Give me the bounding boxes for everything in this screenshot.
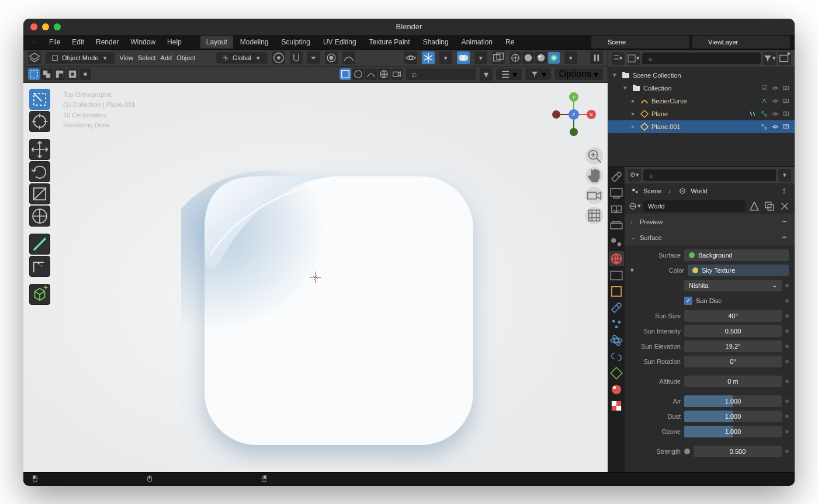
viewport-filter-dropdown[interactable]: ▾ [525, 68, 551, 80]
outliner-editor-icon[interactable]: ☰▾ [612, 52, 625, 65]
outliner-search[interactable]: ⌕ [642, 53, 761, 64]
outliner-tree[interactable]: ▾ Scene Collection ▾ Collection ☑ [608, 67, 795, 166]
tab-data-icon[interactable] [609, 366, 624, 381]
menu-add[interactable]: Add [161, 54, 172, 61]
surface-shader-button[interactable]: Background [684, 249, 789, 261]
color-node-button[interactable]: Sky Texture [688, 265, 789, 276]
properties-search[interactable]: ⌕ [643, 169, 776, 181]
eye-icon[interactable] [771, 84, 779, 92]
select-intersect-icon[interactable] [79, 68, 91, 80]
tab-object-icon[interactable] [609, 284, 624, 299]
tab-scene-icon[interactable] [609, 235, 624, 250]
tab-constraint-icon[interactable] [609, 349, 624, 364]
expand-icon[interactable]: ▾ [630, 266, 637, 274]
anim-dot-icon[interactable] [785, 299, 789, 303]
new-world-icon[interactable] [763, 200, 776, 213]
close-window-button[interactable] [30, 23, 37, 30]
3d-viewport[interactable]: Top Orthographic (1) Collection | Plane.… [23, 83, 608, 472]
pan-gizmo-icon[interactable] [585, 167, 603, 185]
object-row-plane[interactable]: ▸ Plane [608, 107, 795, 120]
breadcrumb-scene[interactable]: Scene [643, 187, 661, 194]
sun-elevation-field[interactable]: 19.2° [684, 340, 782, 352]
select-invert-icon[interactable] [67, 68, 78, 80]
blender-logo-icon[interactable] [28, 36, 40, 48]
pivot-icon[interactable] [272, 51, 285, 64]
anim-dot-icon[interactable] [785, 430, 789, 433]
scene-name-input[interactable] [608, 39, 660, 46]
menu-file[interactable]: File [44, 37, 65, 47]
air-field[interactable]: 1.000 [684, 395, 782, 407]
select-set-icon[interactable] [28, 68, 40, 80]
delete-viewlayer-icon[interactable] [777, 37, 786, 47]
navigation-gizmo[interactable]: X Y Z [550, 91, 597, 138]
wireframe-shading-icon[interactable] [509, 52, 521, 64]
viewlayer-selector[interactable] [692, 36, 790, 48]
render-icon[interactable] [782, 123, 790, 131]
measure-tool[interactable] [29, 256, 50, 277]
viewlayer-name-input[interactable] [708, 39, 761, 46]
tab-texture-icon[interactable] [609, 398, 624, 413]
tab-tool-icon[interactable] [609, 169, 624, 185]
anim-dot-icon[interactable] [785, 380, 789, 383]
tab-particle-icon[interactable] [609, 317, 624, 332]
tab-rendering-truncated[interactable]: Re [500, 36, 520, 48]
modifier-geonodes-icon[interactable] [760, 122, 769, 131]
tab-output-icon[interactable] [609, 202, 624, 217]
new-collection-icon[interactable] [778, 52, 791, 65]
tab-world-icon[interactable] [609, 251, 624, 266]
ozone-field[interactable]: 1.000 [684, 426, 782, 437]
sky-type-dropdown[interactable]: Nishita ⌄ [684, 280, 782, 291]
anim-dot-icon[interactable] [785, 360, 789, 363]
zoom-window-button[interactable] [54, 23, 61, 30]
show-select-icon[interactable] [339, 68, 351, 80]
tab-sculpting[interactable]: Sculpting [276, 36, 316, 48]
proportional-edit-icon[interactable] [325, 51, 338, 64]
select-subtract-icon[interactable] [54, 68, 65, 80]
menu-help[interactable]: Help [162, 37, 186, 47]
sun-intensity-field[interactable]: 0.500 [684, 325, 782, 337]
new-viewlayer-icon[interactable] [764, 37, 774, 47]
anim-dot-icon[interactable] [785, 314, 789, 318]
tab-physics-icon[interactable] [609, 333, 624, 348]
annotate-tool[interactable] [29, 234, 50, 255]
modifier-icon[interactable] [760, 96, 769, 106]
options-dropdown[interactable]: Options ▾ [554, 68, 603, 80]
render-icon[interactable] [782, 97, 790, 105]
modifier-geonodes-icon[interactable] [760, 109, 769, 119]
preview-panel-header[interactable]: › Preview ┅ [625, 214, 795, 230]
new-scene-icon[interactable] [664, 37, 673, 47]
orientation-dropdown[interactable]: Global ▾ [216, 52, 268, 64]
sun-rotation-field[interactable]: 0° [684, 356, 782, 367]
scene-selector[interactable] [591, 36, 689, 48]
props-editor-icon[interactable]: ⚙▾ [628, 169, 641, 182]
menu-view[interactable]: View [119, 54, 133, 61]
object-row-beziercurve[interactable]: ▸ BezierCurve [608, 95, 795, 107]
anim-dot-icon[interactable] [785, 329, 789, 333]
menu-window[interactable]: Window [126, 37, 160, 47]
menu-object[interactable]: Object [176, 54, 195, 61]
strength-field[interactable]: 0.500 [694, 446, 782, 457]
panel-menu-icon[interactable]: ┅ [779, 217, 789, 227]
rotate-tool[interactable] [29, 161, 50, 182]
show-world-icon[interactable] [378, 68, 390, 80]
object-visibility-icon[interactable] [404, 51, 417, 64]
rendered-shading-icon[interactable] [548, 52, 560, 64]
outliner-filter-icon[interactable]: ▾ [763, 52, 776, 65]
show-curve-icon[interactable] [365, 68, 377, 80]
world-name-input[interactable] [643, 200, 746, 212]
sun-size-field[interactable]: 40° [684, 310, 782, 322]
overlay-options-icon[interactable]: ▾ [474, 51, 487, 64]
move-tool[interactable] [29, 139, 50, 160]
gizmo-options-icon[interactable]: ▾ [439, 51, 452, 64]
proportional-falloff-icon[interactable] [342, 51, 355, 64]
snap-options-icon[interactable]: ⏷ [307, 51, 320, 64]
world-browse-icon[interactable]: ▾ [628, 200, 641, 213]
fake-user-icon[interactable] [748, 200, 761, 213]
minimize-window-button[interactable] [42, 23, 49, 30]
exclude-checkbox-icon[interactable]: ☑ [761, 84, 769, 92]
tab-animation[interactable]: Animation [456, 36, 498, 48]
eye-icon[interactable] [771, 110, 779, 118]
panel-menu-icon[interactable]: ┅ [779, 233, 789, 242]
show-mesh-icon[interactable] [352, 68, 364, 80]
delete-scene-icon[interactable] [677, 37, 686, 47]
